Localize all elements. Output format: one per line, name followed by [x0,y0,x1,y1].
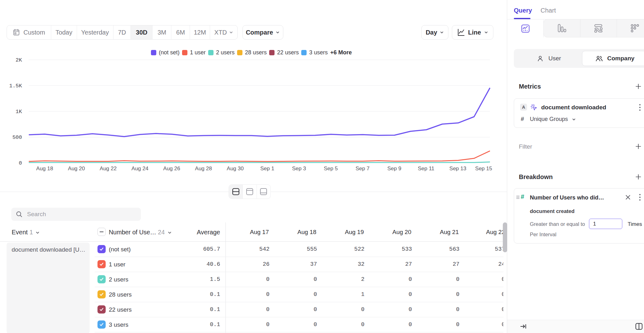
svg-text:Sep 7: Sep 7 [356,166,369,172]
svg-text:Aug 26: Aug 26 [163,166,180,172]
svg-text:Sep 9: Sep 9 [387,166,401,172]
svg-text:Sep 5: Sep 5 [324,166,338,172]
svg-text:Aug 30: Aug 30 [227,166,244,172]
svg-text:500: 500 [12,134,22,140]
svg-text:2K: 2K [16,57,22,63]
svg-text:Sep 3: Sep 3 [292,166,306,172]
svg-text:Aug 28: Aug 28 [195,166,212,172]
svg-text:Aug 20: Aug 20 [68,166,85,172]
svg-text:Sep 15: Sep 15 [475,166,492,172]
svg-text:Aug 18: Aug 18 [36,166,53,172]
svg-text:Sep 11: Sep 11 [418,166,435,172]
svg-text:Aug 22: Aug 22 [100,166,117,172]
svg-text:Sep 1: Sep 1 [260,166,274,172]
svg-text:0: 0 [19,160,22,166]
svg-text:Aug 24: Aug 24 [131,166,148,172]
svg-text:1K: 1K [16,109,22,115]
svg-text:1.5K: 1.5K [9,83,22,89]
svg-text:Sep 13: Sep 13 [449,166,466,172]
